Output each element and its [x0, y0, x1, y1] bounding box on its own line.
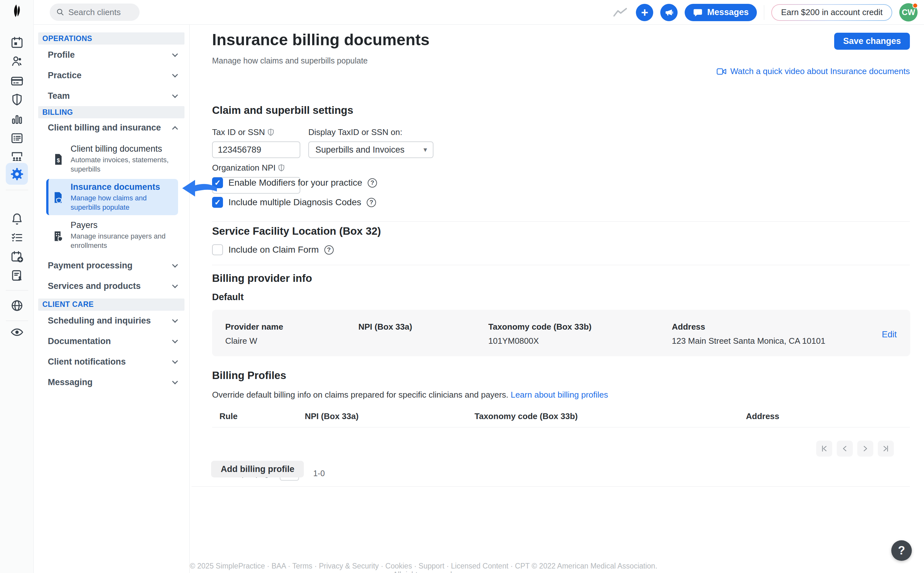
- save-changes-button[interactable]: Save changes: [834, 33, 910, 50]
- col-address: Address: [746, 412, 779, 421]
- sidebar-item-scheduling-and-inquiries[interactable]: Scheduling and inquiries: [34, 311, 189, 331]
- diagnosis-checkbox-row: ✓ Include multiple Diagnosis Codes ?: [212, 197, 376, 208]
- organization-npi-label: Organization NPI: [212, 163, 276, 173]
- learn-billing-profiles-link[interactable]: Learn about billing profiles: [511, 390, 608, 399]
- watch-video-link[interactable]: Watch a quick video about Insurance docu…: [717, 66, 910, 76]
- analytics-icon[interactable]: [9, 111, 24, 126]
- clients-icon[interactable]: [9, 54, 24, 69]
- messages-button[interactable]: Messages: [685, 4, 757, 21]
- col-npi: NPI (Box 33a): [305, 412, 359, 421]
- video-camera-icon: [717, 68, 726, 75]
- help-tooltip-icon[interactable]: ?: [324, 245, 334, 255]
- search-input[interactable]: Search clients: [50, 3, 140, 21]
- display-taxid-label: Display TaxID or SSN on:: [308, 127, 402, 137]
- sidebar-item-client-billing-and-insurance[interactable]: Client billing and insurance: [34, 118, 189, 137]
- col-rule: Rule: [220, 412, 237, 421]
- sidebar-item-client-notifications[interactable]: Client notifications: [34, 352, 189, 372]
- settings-gear-icon[interactable]: [9, 167, 24, 182]
- calendar-add-icon[interactable]: [9, 249, 24, 264]
- add-billing-profile-button[interactable]: Add billing profile: [211, 461, 304, 478]
- help-button[interactable]: ?: [891, 540, 912, 561]
- notes-list-icon[interactable]: [9, 131, 24, 146]
- edit-link[interactable]: Edit: [882, 330, 897, 340]
- tax-id-input[interactable]: [212, 141, 300, 158]
- address-value: 123 Main Street Santa Monica, CA 10101: [672, 336, 825, 346]
- topbar-divider: [764, 5, 764, 20]
- first-page-button[interactable]: [816, 441, 832, 457]
- section-divider: [212, 265, 910, 265]
- intake-doc-icon[interactable]: [9, 268, 24, 283]
- globe-icon[interactable]: [9, 298, 24, 313]
- next-page-button[interactable]: [857, 441, 873, 457]
- insurance-shield-icon[interactable]: [9, 92, 24, 107]
- sidebar-item-messaging[interactable]: Messaging: [34, 372, 189, 393]
- chevron-down-icon: [172, 337, 178, 343]
- building-shield-icon: [52, 220, 66, 250]
- settings-sidebar: OPERATIONS Profile Practice Team BILLING…: [34, 25, 190, 573]
- avatar[interactable]: CW: [899, 3, 918, 22]
- icon-rail: [0, 0, 34, 573]
- sidebar-item-team[interactable]: Team: [34, 86, 189, 106]
- display-taxid-select[interactable]: Superbills and Invoices ▾: [308, 141, 433, 158]
- chevron-down-icon: [172, 72, 178, 77]
- tasks-checklist-icon[interactable]: [9, 230, 24, 245]
- sidebar-item-insurance-documents[interactable]: Insurance documents Manage how claims an…: [46, 179, 178, 215]
- sidebar-item-profile[interactable]: Profile: [34, 45, 189, 65]
- nav-section-billing: BILLING: [38, 106, 185, 118]
- chevron-down-icon: [172, 261, 178, 268]
- include-claim-form-checkbox[interactable]: [212, 244, 223, 255]
- nav-section-operations: OPERATIONS: [38, 32, 185, 45]
- default-provider-card: Provider name Claire W NPI (Box 33a) Tax…: [212, 310, 910, 356]
- sidebar-item-services-and-products[interactable]: Services and products: [34, 276, 189, 297]
- notification-dot: [913, 3, 918, 8]
- pagination-range: 1-0: [313, 469, 325, 478]
- topbar: Search clients + Messages Earn $200 in a…: [0, 0, 924, 25]
- rail-divider: [6, 290, 28, 291]
- section-divider: [212, 221, 910, 222]
- last-page-button[interactable]: [878, 441, 894, 457]
- chevron-down-icon: [172, 92, 178, 98]
- notifications-bell-icon[interactable]: [9, 211, 24, 226]
- claim-settings-heading: Claim and superbill settings: [212, 104, 353, 116]
- previous-page-button[interactable]: [837, 441, 853, 457]
- sidebar-item-practice[interactable]: Practice: [34, 65, 189, 86]
- rail-divider: [6, 190, 28, 190]
- billing-provider-heading: Billing provider info: [212, 272, 312, 285]
- document-shield-icon: [52, 182, 66, 212]
- question-mark-icon: ?: [898, 544, 905, 557]
- search-placeholder: Search clients: [68, 7, 121, 17]
- annotation-arrow: [182, 178, 218, 198]
- sidebar-item-documentation[interactable]: Documentation: [34, 331, 189, 352]
- svg-text:$: $: [57, 157, 60, 164]
- create-new-button[interactable]: +: [636, 4, 653, 21]
- tax-id-label: Tax ID or SSN: [212, 127, 265, 137]
- search-icon: [56, 8, 64, 16]
- preview-eye-icon[interactable]: [9, 325, 24, 340]
- megaphone-icon: [664, 8, 673, 17]
- provider-name-column: Provider name Claire W: [225, 322, 283, 346]
- announcements-button[interactable]: [660, 4, 678, 21]
- trending-icon[interactable]: [613, 8, 627, 17]
- diagnosis-checkbox[interactable]: ✓: [212, 197, 223, 208]
- sidebar-item-client-billing-documents[interactable]: $ Client billing documents Automate invo…: [46, 141, 178, 177]
- dropdown-caret-icon: ▾: [424, 146, 427, 154]
- sidebar-item-payment-processing[interactable]: Payment processing: [34, 255, 189, 276]
- team-room-icon[interactable]: [9, 149, 24, 164]
- earn-credit-button[interactable]: Earn $200 in account credit: [771, 4, 892, 21]
- nav-section-client-care: CLIENT CARE: [38, 299, 185, 311]
- chevron-down-icon: [172, 358, 178, 363]
- help-tooltip-icon[interactable]: ?: [368, 178, 377, 188]
- billing-profiles-heading: Billing Profiles: [212, 369, 286, 382]
- chevron-down-icon: [172, 282, 178, 288]
- sidebar-item-payers[interactable]: Payers Manage insurance payers and enrol…: [46, 217, 178, 253]
- app-root: Search clients + Messages Earn $200 in a…: [0, 0, 924, 573]
- page-subtitle: Manage how claims and superbills populat…: [212, 56, 368, 66]
- main-content: Insurance billing documents Manage how c…: [190, 25, 924, 573]
- calendar-icon[interactable]: [9, 35, 24, 50]
- help-tooltip-icon[interactable]: ?: [367, 198, 376, 207]
- shield-lock-icon: [278, 164, 285, 172]
- claim-form-checkbox-row: Include on Claim Form ?: [212, 244, 334, 255]
- default-subheading: Default: [212, 292, 243, 302]
- billing-card-icon[interactable]: [9, 74, 24, 89]
- plus-icon: +: [641, 6, 648, 19]
